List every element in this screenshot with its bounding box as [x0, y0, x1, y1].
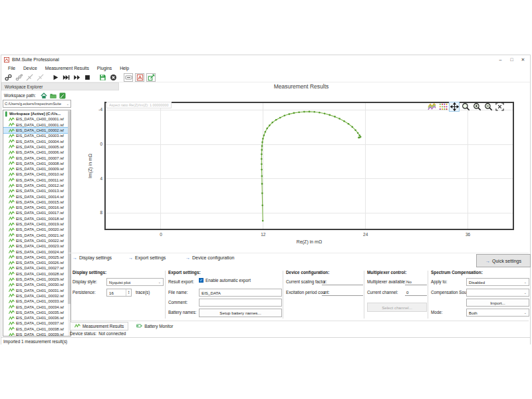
tree-item-eis-data-ch01-00031-isf[interactable]: EIS_DATA_CH01_00031.isf	[3, 288, 70, 293]
excitation-period-field[interactable]: 1	[322, 289, 363, 296]
tree-item-eis-data-ch01-00023-isf[interactable]: EIS_DATA_CH01_00023.isf	[3, 243, 70, 249]
save-icon[interactable]	[98, 73, 108, 82]
connect-icon[interactable]	[3, 73, 13, 82]
tree-item-eis-data-ch01-00024-isf[interactable]: EIS_DATA_CH01_00024.isf	[3, 249, 70, 254]
export-icon[interactable]	[146, 73, 156, 82]
stepper-arrows-icon[interactable]: ▲▼	[126, 289, 131, 296]
home-icon[interactable]	[41, 92, 47, 99]
line-style-icon[interactable]	[426, 102, 437, 112]
current-channel-field[interactable]: 0	[405, 289, 427, 296]
tree-item-eis-data-ch01-00039-isf[interactable]: EIS_DATA_CH01_00039.isf	[3, 332, 70, 336]
persistence-stepper[interactable]: 16 ▲▼	[106, 289, 132, 297]
menu-measurement-results[interactable]: Measurement Results	[41, 66, 93, 70]
tab-measurement-results[interactable]: Measurement Results	[70, 322, 128, 331]
fast-forward-icon[interactable]	[72, 73, 82, 82]
apply-to-select[interactable]: Disabled ⌄	[466, 278, 529, 286]
tree-item-eis-data-ch01-00032-isf[interactable]: EIS_DATA_CH01_00032.isf	[3, 293, 70, 299]
export-settings-link[interactable]: → Export settings	[128, 255, 166, 260]
tree-item-eis-data-ch01-00002-isf[interactable]: EIS_DATA_CH01_00002.isf	[3, 128, 70, 133]
maximize-button[interactable]: □	[506, 55, 517, 64]
tree-item-eis-data-ch01-00012-isf[interactable]: EIS_DATA_CH01_00012.isf	[3, 183, 70, 188]
display-settings-link[interactable]: → Display settings	[72, 255, 112, 260]
tree-item-eis-data-ch01-00036-isf[interactable]: EIS_DATA_CH01_00036.isf	[3, 315, 70, 321]
menu-device[interactable]: Device	[19, 66, 41, 70]
tree-item-eis-data-ch01-00005-isf[interactable]: EIS_DATA_CH01_00005.isf	[3, 144, 70, 150]
import-button[interactable]: Import...	[466, 299, 529, 307]
tree-item-eis-data-ch01-00001-isf[interactable]: EIS_DATA_CH01_00001.isf	[3, 122, 70, 128]
tree-item-eis-data-ch00-00001-isf[interactable]: EIS_DATA_CH00_00001.isf	[3, 116, 70, 122]
tree-item-eis-data-ch01-00019-isf[interactable]: EIS_DATA_CH01_00019.isf	[3, 221, 70, 227]
file-name-input[interactable]: EIS_DATA	[199, 289, 282, 297]
tree-item-eis-data-ch01-00020-isf[interactable]: EIS_DATA_CH01_00020.isf	[3, 227, 70, 232]
tree-item-eis-data-ch01-00003-isf[interactable]: EIS_DATA_CH01_00003.isf	[3, 133, 70, 138]
tree-item-eis-data-ch01-00013-isf[interactable]: EIS_DATA_CH01_00013.isf	[3, 188, 70, 194]
tree-item-eis-data-ch01-00029-isf[interactable]: EIS_DATA_CH01_00029.isf	[3, 277, 70, 282]
connect-monitor-icon[interactable]	[14, 73, 24, 82]
pan-icon[interactable]	[449, 102, 460, 112]
tree-item-eis-data-ch01-00030-isf[interactable]: EIS_DATA_CH01_00030.isf	[3, 282, 70, 287]
zoom-box-icon[interactable]	[460, 102, 471, 112]
tree-item-eis-data-ch01-00016-isf[interactable]: EIS_DATA_CH01_00016.isf	[3, 205, 70, 210]
open-folder-icon[interactable]	[50, 92, 57, 99]
tree-item-eis-data-ch01-00021-isf[interactable]: EIS_DATA_CH01_00021.isf	[3, 233, 70, 238]
tree-item-eis-data-ch01-00018-isf[interactable]: EIS_DATA_CH01_00018.isf	[3, 216, 70, 221]
tree-item-eis-data-ch01-00026-isf[interactable]: EIS_DATA_CH01_00026.isf	[3, 260, 70, 265]
current-scaling-field[interactable]: 1	[322, 278, 363, 285]
nyquist-chart[interactable]: 0122436-4048Re(Z) in mΩIm(Z) in mΩ	[85, 100, 532, 250]
tree-item-eis-data-ch01-00025-isf[interactable]: EIS_DATA_CH01_00025.isf	[3, 255, 70, 260]
setup-battery-names-button[interactable]: Setup battery names...	[199, 309, 282, 317]
tree-item-eis-data-ch01-00028-isf[interactable]: EIS_DATA_CH01_00028.isf	[3, 271, 70, 277]
tab-battery-monitor[interactable]: Battery Monitor	[132, 322, 177, 331]
tree-item-eis-data-ch01-00037-isf[interactable]: EIS_DATA_CH01_00037.isf	[3, 321, 70, 326]
checkbox-checked-icon[interactable]: ✓	[199, 278, 203, 283]
report-icon[interactable]	[135, 73, 144, 82]
tree-item-eis-data-ch01-00010-isf[interactable]: EIS_DATA_CH01_00010.isf	[3, 172, 70, 177]
tree-scrollbar[interactable]	[68, 110, 70, 336]
tree-item-eis-data-ch01-00009-isf[interactable]: EIS_DATA_CH01_00009.isf	[3, 166, 70, 172]
disconnect-icon[interactable]	[25, 73, 35, 82]
quick-settings-button[interactable]: → Quick settings	[476, 254, 531, 267]
scatter-style-icon[interactable]	[438, 102, 448, 112]
tree-item-eis-data-ch01-00027-isf[interactable]: EIS_DATA_CH01_00027.isf	[3, 265, 70, 271]
disconnect-monitor-icon[interactable]	[35, 73, 45, 82]
tree-item-eis-data-ch01-00014-isf[interactable]: EIS_DATA_CH01_00014.isf	[3, 194, 70, 199]
fit-view-icon[interactable]	[494, 102, 505, 112]
mode-select[interactable]: Both ⌄	[466, 309, 529, 317]
run-continuous-icon[interactable]	[61, 73, 71, 82]
console-icon[interactable]	[124, 73, 133, 82]
close-button[interactable]: ✕	[517, 55, 529, 64]
tree-item-eis-data-ch01-00011-isf[interactable]: EIS_DATA_CH01_00011.isf	[3, 178, 70, 183]
tab-label: Measurement Results	[82, 324, 124, 329]
tree-item-eis-data-ch01-00038-isf[interactable]: EIS_DATA_CH01_00038.isf	[3, 327, 70, 332]
tree-item-eis-data-ch01-00015-isf[interactable]: EIS_DATA_CH01_00015.isf	[3, 200, 70, 205]
zoom-in-icon[interactable]	[471, 102, 482, 112]
menu-file[interactable]: File	[4, 66, 19, 70]
tree-item-eis-data-ch01-00008-isf[interactable]: EIS_DATA_CH01_00008.isf	[3, 161, 70, 166]
stop-icon[interactable]	[82, 73, 92, 82]
data-point-marker	[293, 112, 295, 114]
compensation-source-select[interactable]: ⌄	[466, 289, 529, 297]
menu-plugins[interactable]: Plugins	[93, 66, 116, 70]
tree-item-eis-data-ch01-00022-isf[interactable]: EIS_DATA_CH01_00022.isf	[3, 238, 70, 243]
tree-item-eis-data-ch01-00006-isf[interactable]: EIS_DATA_CH01_00006.isf	[3, 150, 70, 155]
tree-scrollbar-thumb[interactable]	[68, 111, 70, 304]
chart-plot[interactable]: 0122436-4048Re(Z) in mΩIm(Z) in mΩ	[85, 100, 532, 250]
tree-item-eis-data-ch01-00034-isf[interactable]: EIS_DATA_CH01_00034.isf	[3, 304, 70, 309]
menu-help[interactable]: Help	[116, 66, 133, 70]
minimize-button[interactable]: –	[495, 55, 506, 64]
tree-item-eis-data-ch01-00007-isf[interactable]: EIS_DATA_CH01_00007.isf	[3, 155, 70, 160]
comment-input[interactable]	[199, 299, 282, 307]
abort-icon[interactable]	[108, 73, 118, 82]
tree-root-workspace[interactable]: Workspace [Active] (C:/Us...	[3, 111, 70, 116]
tree-item-eis-data-ch01-00035-isf[interactable]: EIS_DATA_CH01_00035.isf	[3, 310, 70, 315]
zoom-out-icon[interactable]	[483, 102, 493, 112]
play-icon[interactable]	[51, 73, 61, 82]
workspace-path-select[interactable]: C:/Users/g.eckers/InspectrumSuite ⌄	[3, 100, 71, 108]
tree-item-eis-data-ch01-00033-isf[interactable]: EIS_DATA_CH01_00033.isf	[3, 299, 70, 304]
device-configuration-link[interactable]: → Device configuration	[186, 255, 234, 260]
display-style-select[interactable]: Nyquist plot ⌄	[106, 278, 164, 286]
select-channel-button[interactable]: Select channel...	[367, 303, 427, 312]
tree-item-eis-data-ch01-00004-isf[interactable]: EIS_DATA_CH01_00004.isf	[3, 138, 70, 144]
tree-item-eis-data-ch01-00017-isf[interactable]: EIS_DATA_CH01_00017.isf	[3, 210, 70, 215]
edit-path-icon[interactable]	[59, 92, 66, 99]
